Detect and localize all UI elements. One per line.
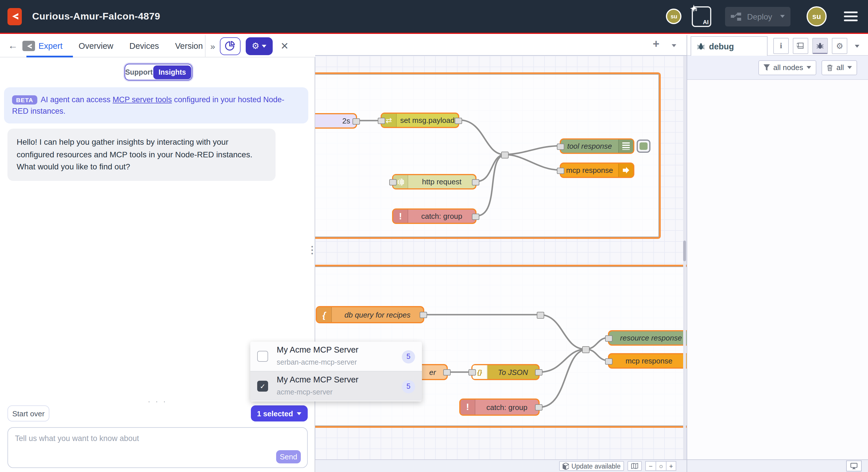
node-debug-tool-response[interactable]: tool response	[560, 138, 634, 154]
zoom-reset-button[interactable]: ○	[656, 461, 666, 471]
send-button[interactable]: Send	[276, 450, 301, 463]
mcp-server-tools-link[interactable]: MCP server tools	[113, 95, 172, 104]
info-sidebar-button[interactable]: i	[773, 38, 789, 54]
checkbox-unchecked[interactable]	[257, 351, 268, 362]
tab-expert[interactable]: Expert	[38, 41, 63, 51]
trash-icon	[827, 64, 833, 71]
map-icon	[631, 463, 639, 469]
exclamation-icon: !	[393, 210, 408, 223]
wire-junction[interactable]	[537, 312, 544, 319]
selected-servers-button[interactable]: 1 selected	[251, 405, 308, 421]
settings-dropdown-button[interactable]: ⚙	[245, 37, 272, 55]
tab-debug[interactable]: debug	[691, 36, 768, 56]
debug-sidebar-footer	[687, 460, 868, 472]
canvas-footer: Update available − ○ +	[315, 460, 687, 472]
debug-toggle-button[interactable]	[637, 140, 650, 153]
node-link-out-mcp-response[interactable]: mcp response	[560, 163, 634, 178]
exclamation-icon: !	[460, 400, 475, 415]
assistant-greeting-message: Hello! I can help you gather insights by…	[7, 129, 276, 181]
top-bar: Curious-Amur-Falcon-4879 su AI Deploy su	[0, 0, 868, 34]
tab-overflow-chevrons[interactable]: »	[210, 41, 215, 51]
function-brace-icon: {	[317, 307, 332, 322]
start-over-button[interactable]: Start over	[7, 405, 50, 421]
tool-count-badge: 5	[402, 380, 415, 393]
zoom-in-button[interactable]: +	[666, 461, 676, 471]
node-catch-group-top[interactable]: ! catch: group	[392, 208, 476, 224]
debug-sidebar-button[interactable]	[812, 38, 828, 54]
active-tab-underline	[26, 56, 73, 57]
node-catch-group-bottom[interactable]: ! catch: group	[459, 399, 539, 416]
node-debug-resource-response[interactable]: resource response	[608, 330, 687, 346]
minimap-button[interactable]	[627, 461, 642, 471]
tab-version[interactable]: Version	[175, 41, 203, 51]
selected-caret-icon	[297, 412, 302, 415]
mcp-server-option[interactable]: ✓ My Acme MCP Server acme-mcp-server 5	[250, 371, 422, 401]
sidebar-overflow-caret-icon[interactable]	[855, 45, 859, 48]
back-arrow-icon[interactable]: ←	[8, 40, 18, 52]
toggle-insights[interactable]: Insights	[153, 65, 191, 79]
prompt-input-container: Send	[7, 427, 308, 468]
instance-title: Curious-Amur-Falcon-4879	[32, 11, 160, 22]
canvas-scrollbar-track[interactable]	[683, 56, 686, 460]
node-change-set-msg-payload[interactable]: ⇄ set msg.payload	[381, 113, 459, 128]
assistant-panel: ← Expert Overview Devices Version » ⚙ ✕	[0, 35, 315, 472]
settings-caret-icon	[262, 45, 267, 48]
deploy-caret-icon[interactable]	[780, 15, 785, 18]
gear-icon: ⚙	[252, 41, 259, 51]
tab-overview[interactable]: Overview	[79, 41, 113, 51]
toggle-support[interactable]: Support	[125, 68, 153, 76]
panel-drag-dots[interactable]: •••	[311, 245, 315, 256]
zoom-controls: − ○ +	[645, 461, 676, 471]
open-debug-window-button[interactable]	[846, 461, 862, 471]
flow-tab-strip: +	[315, 35, 687, 56]
deploy-button[interactable]: Deploy	[725, 7, 790, 26]
debug-sidebar: debug i ⚙ all nodes all	[687, 35, 868, 472]
clear-caret-icon	[847, 66, 852, 69]
insights-chart-button[interactable]	[220, 37, 240, 55]
flow-list-caret-icon[interactable]	[672, 44, 676, 47]
mcp-server-option[interactable]: My Acme MCP Server serban-acme-mcp-serve…	[250, 342, 422, 371]
debug-node-icon	[618, 140, 633, 153]
header-divider	[205, 35, 206, 57]
debug-filter-button[interactable]: all nodes	[758, 60, 816, 75]
config-sidebar-button[interactable]: ⚙	[832, 38, 847, 54]
monitor-icon	[850, 463, 858, 469]
support-insights-toggle[interactable]: Support Insights	[125, 64, 192, 80]
flowfuse-logo-icon[interactable]	[7, 8, 22, 25]
mcp-server-dropdown: My Acme MCP Server serban-acme-mcp-serve…	[250, 342, 422, 402]
avatar-small[interactable]: su	[666, 9, 682, 24]
node-json-to-json[interactable]: {} To JSON	[471, 364, 539, 380]
gear-icon: ⚙	[836, 41, 843, 51]
tab-devices[interactable]: Devices	[129, 41, 159, 51]
checkbox-checked[interactable]: ✓	[257, 381, 268, 392]
zoom-out-button[interactable]: −	[645, 461, 656, 471]
bug-icon	[697, 42, 705, 50]
close-panel-icon[interactable]: ✕	[280, 40, 289, 52]
ai-assistant-icon[interactable]: AI	[692, 6, 712, 27]
debug-message-list[interactable]	[687, 80, 868, 460]
prompt-input[interactable]	[8, 428, 307, 467]
node-link-out-mcp-response-2[interactable]: mcp response	[608, 353, 687, 368]
node-inject-2s[interactable]: 2s	[315, 113, 357, 129]
avatar-large[interactable]: su	[807, 6, 827, 26]
help-sidebar-button[interactable]	[793, 38, 808, 54]
wire-junction[interactable]	[501, 152, 508, 158]
add-flow-button[interactable]: +	[653, 37, 659, 51]
update-available-button[interactable]: Update available	[559, 461, 624, 471]
debug-clear-button[interactable]: all	[822, 60, 857, 75]
flow-canvas[interactable]: +	[315, 35, 687, 472]
node-red-app: Curious-Amur-Falcon-4879 su AI Deploy su…	[0, 0, 868, 472]
wire-junction[interactable]	[582, 346, 590, 353]
filter-caret-icon	[807, 66, 811, 69]
hamburger-menu-icon[interactable]	[844, 9, 858, 24]
book-icon	[797, 42, 804, 50]
cube-icon	[563, 463, 569, 469]
node-function-db-query[interactable]: { db query for recipes	[316, 306, 424, 323]
canvas-scrollbar-thumb[interactable]	[683, 241, 686, 261]
node-http-request[interactable]: http request	[392, 174, 476, 189]
bug-icon	[816, 41, 824, 50]
tool-count-badge: 5	[402, 350, 415, 363]
beta-badge: BETA	[12, 95, 37, 105]
node-red-tab-icon	[22, 41, 35, 51]
pie-chart-icon	[225, 41, 235, 51]
